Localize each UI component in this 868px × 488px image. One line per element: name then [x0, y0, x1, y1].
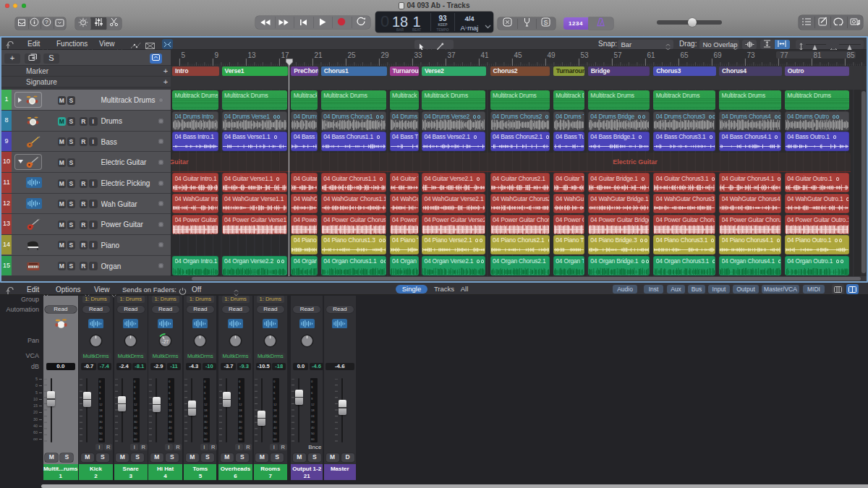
svg-text:30: 30 — [204, 420, 208, 424]
svg-text:12: 12 — [169, 403, 172, 406]
svg-text:24: 24 — [99, 414, 103, 418]
svg-text:60: 60 — [311, 437, 315, 441]
svg-text:30: 30 — [273, 420, 277, 424]
svg-text:24: 24 — [311, 414, 315, 418]
svg-text:18: 18 — [99, 408, 103, 412]
svg-text:9: 9 — [169, 397, 171, 401]
svg-text:9: 9 — [273, 397, 276, 401]
svg-text:S: S — [544, 19, 548, 26]
svg-text:50: 50 — [273, 432, 277, 435]
svg-text:18: 18 — [273, 408, 277, 412]
svg-text:9: 9 — [134, 397, 136, 401]
svg-text:0: 0 — [311, 380, 313, 383]
svg-text:30: 30 — [169, 420, 172, 424]
svg-text:18: 18 — [169, 408, 172, 412]
svg-text:6: 6 — [273, 391, 276, 395]
svg-text:3: 3 — [273, 385, 276, 389]
svg-text:40: 40 — [239, 426, 242, 429]
svg-text:12: 12 — [239, 403, 242, 406]
svg-text:40: 40 — [169, 426, 172, 429]
svg-text:30: 30 — [239, 420, 242, 424]
svg-text:60: 60 — [99, 437, 103, 441]
svg-text:60: 60 — [204, 437, 208, 441]
svg-text:0: 0 — [273, 380, 276, 383]
svg-text:3: 3 — [311, 385, 313, 389]
svg-text:6: 6 — [169, 391, 171, 395]
svg-text:50: 50 — [169, 432, 172, 435]
svg-text:3: 3 — [134, 385, 136, 389]
svg-text:12: 12 — [311, 403, 315, 406]
svg-text:40: 40 — [311, 426, 315, 429]
svg-text:60: 60 — [273, 437, 277, 441]
svg-text:60: 60 — [134, 437, 137, 441]
svg-text:60: 60 — [239, 437, 242, 441]
svg-text:?: ? — [46, 19, 49, 25]
svg-text:9: 9 — [204, 397, 206, 401]
svg-text:-27: -27 — [162, 339, 169, 344]
svg-text:50: 50 — [204, 432, 208, 435]
svg-text:40: 40 — [204, 426, 208, 429]
svg-text:24: 24 — [204, 414, 208, 418]
svg-text:18: 18 — [239, 408, 242, 412]
svg-text:30: 30 — [99, 420, 103, 424]
svg-text:18: 18 — [204, 408, 208, 412]
svg-text:6: 6 — [239, 391, 241, 395]
svg-text:6: 6 — [99, 391, 101, 395]
svg-text:0: 0 — [204, 380, 206, 383]
svg-text:50: 50 — [99, 432, 103, 435]
svg-text:60: 60 — [169, 437, 172, 441]
svg-text:0: 0 — [134, 380, 136, 383]
svg-text:40: 40 — [99, 426, 103, 429]
svg-text:50: 50 — [311, 432, 315, 435]
svg-text:0: 0 — [169, 380, 171, 383]
svg-text:24: 24 — [273, 414, 277, 418]
svg-text:3: 3 — [169, 385, 171, 389]
svg-text:24: 24 — [169, 414, 172, 418]
svg-text:0: 0 — [239, 380, 241, 383]
svg-text:50: 50 — [239, 432, 242, 435]
svg-text:18: 18 — [311, 408, 315, 412]
svg-text:12: 12 — [273, 403, 277, 406]
svg-text:9: 9 — [239, 397, 241, 401]
svg-text:12: 12 — [204, 403, 208, 406]
svg-text:6: 6 — [134, 391, 136, 395]
svg-text:18: 18 — [134, 408, 137, 412]
svg-text:3: 3 — [204, 385, 206, 389]
svg-text:9: 9 — [311, 397, 313, 401]
svg-text:12: 12 — [134, 403, 137, 406]
svg-text:40: 40 — [134, 426, 137, 429]
svg-text:6: 6 — [311, 391, 313, 395]
svg-text:24: 24 — [239, 414, 242, 418]
svg-text:50: 50 — [134, 432, 137, 435]
svg-text:3: 3 — [239, 385, 241, 389]
svg-text:9: 9 — [99, 397, 101, 401]
svg-text:6: 6 — [204, 391, 206, 395]
svg-text:30: 30 — [134, 420, 137, 424]
svg-text:0: 0 — [99, 380, 101, 383]
svg-text:30: 30 — [311, 420, 315, 424]
svg-text:3: 3 — [99, 385, 101, 389]
svg-text:24: 24 — [134, 414, 137, 418]
svg-text:40: 40 — [273, 426, 277, 429]
svg-text:12: 12 — [99, 403, 103, 406]
